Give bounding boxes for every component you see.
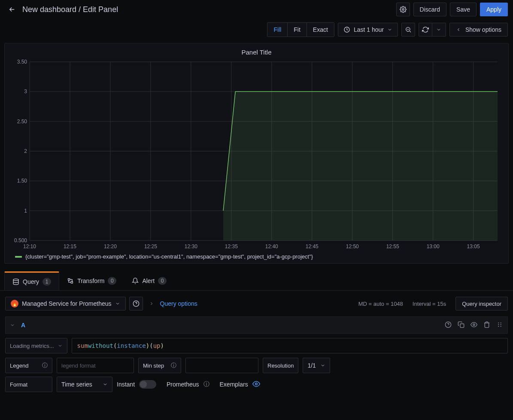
instant-label: Instant [117,381,135,388]
svg-point-0 [402,9,404,10]
svg-text:3: 3 [24,88,27,94]
chevron-down-icon [103,382,108,387]
interval-info: Interval = 15s [413,301,446,307]
query-inspector-button[interactable]: Query inspector [455,297,508,310]
exemplars-label: Exemplars [220,381,248,388]
query-options-toggle[interactable]: Query options [160,300,197,307]
chevron-left-icon [456,27,461,32]
svg-point-46 [498,323,499,323]
svg-text:13:00: 13:00 [427,243,440,250]
breadcrumb: New dashboard / Edit Panel [22,5,118,14]
tab-alert-label: Alert [142,277,155,284]
svg-text:12:15: 12:15 [64,243,76,250]
svg-text:12:10: 12:10 [23,243,36,250]
svg-point-50 [501,324,501,325]
chevron-down-icon [387,27,392,32]
clock-icon [343,26,350,33]
svg-point-47 [498,324,499,325]
minstep-input[interactable] [185,358,258,373]
prometheus-icon: 🔥 [11,300,18,307]
query-ref-id: A [21,322,25,329]
view-fill[interactable]: Fill [267,23,288,37]
tab-alert-count: 0 [158,277,167,285]
exemplars-toggle[interactable] [252,380,260,389]
svg-point-51 [501,326,501,327]
chevron-right-icon [149,301,154,306]
svg-text:12:50: 12:50 [346,243,359,250]
apply-button[interactable]: Apply [480,3,508,16]
query-drag-icon[interactable] [496,321,503,329]
query-expression-input[interactable]: sum without(instance) (up) [72,338,508,353]
refresh-button[interactable] [419,23,432,37]
query-delete-icon[interactable] [483,321,490,329]
metrics-browser-label: Loading metrics... [10,343,54,349]
datasource-help-button[interactable] [129,297,143,310]
query-toggle-visibility-icon[interactable] [471,321,477,329]
tab-query-label: Query [23,278,39,285]
format-select[interactable]: Time series [57,377,112,392]
query-help-icon[interactable] [445,321,452,329]
svg-text:12:30: 12:30 [185,243,197,250]
legend-swatch [15,256,22,258]
svg-text:0.500: 0.500 [14,237,27,243]
format-label-box: Format [5,377,52,392]
md-info: MD = auto = 1048 [358,301,403,307]
settings-button[interactable] [396,3,410,16]
view-exact[interactable]: Exact [307,23,334,37]
tab-query-count: 1 [42,278,51,286]
query-duplicate-icon[interactable] [458,321,464,329]
minstep-label-box: Min step ⓘ [138,358,181,373]
zoom-out-button[interactable] [401,23,415,37]
table-view-group: Fill Fit Exact [267,22,334,37]
panel: Panel Title 0.50011.5022.5033.5012:1012:… [4,43,509,264]
back-button[interactable] [5,3,19,16]
svg-text:12:20: 12:20 [104,243,117,250]
svg-point-45 [473,324,475,326]
legend-row[interactable]: {cluster="gmp-test", job="prom-example",… [9,250,504,261]
info-icon[interactable]: ⓘ [171,362,176,369]
svg-text:13:05: 13:05 [467,243,480,250]
svg-text:3.50: 3.50 [17,59,27,65]
database-icon [12,278,19,285]
svg-text:12:35: 12:35 [225,243,238,250]
question-icon [133,300,140,307]
chevron-down-icon [115,301,120,306]
bell-icon [132,277,139,284]
svg-rect-44 [460,324,464,328]
chevron-down-icon [10,323,15,328]
tab-transform[interactable]: Transform 0 [59,271,124,290]
legend-format-input[interactable] [57,358,134,373]
discard-button[interactable]: Discard [413,3,446,16]
chevron-down-icon [320,363,325,368]
transform-icon [67,277,74,284]
zoom-out-icon [405,26,412,33]
metrics-browser-button[interactable]: Loading metrics... [5,338,67,353]
tab-alert[interactable]: Alert 0 [124,271,174,290]
svg-text:2.50: 2.50 [17,119,27,125]
save-button[interactable]: Save [450,3,477,16]
datasource-name: Managed Service for Prometheus [22,300,112,307]
svg-text:2: 2 [24,148,27,154]
svg-text:12:40: 12:40 [265,243,278,250]
svg-point-52 [255,383,257,385]
time-range-picker[interactable]: Last 1 hour [338,23,398,37]
instant-toggle[interactable] [139,380,156,389]
tab-query[interactable]: Query 1 [4,271,59,290]
refresh-interval-button[interactable] [432,23,446,37]
chart[interactable]: 0.50011.5022.5033.5012:1012:1512:2012:25… [9,59,504,250]
datasource-select[interactable]: 🔥 Managed Service for Prometheus [5,297,126,310]
chevron-down-icon [436,27,441,32]
info-icon[interactable]: ⓘ [42,362,48,369]
resolution-select[interactable]: 1/1 [303,358,330,373]
show-options-button[interactable]: Show options [449,23,508,37]
svg-text:12:45: 12:45 [306,243,319,250]
svg-point-48 [498,326,499,327]
panel-title: Panel Title [9,47,504,59]
view-fit[interactable]: Fit [288,23,307,37]
info-icon[interactable]: ⓘ [203,380,209,388]
legend-label-box: Legend ⓘ [5,358,52,373]
prometheus-label: Prometheus [167,381,199,388]
svg-point-41 [13,279,18,280]
query-row-header[interactable]: A [5,317,508,334]
legend-label: {cluster="gmp-test", job="prom-example",… [25,253,313,260]
